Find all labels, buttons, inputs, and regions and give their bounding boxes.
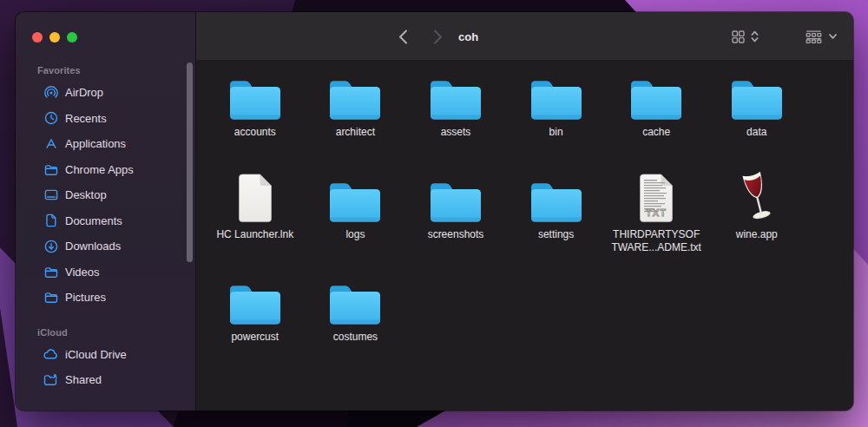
back-button[interactable] [391, 12, 414, 61]
svg-text:TXT: TXT [646, 207, 667, 218]
folder-icon [429, 77, 483, 122]
folder-icon [328, 282, 382, 326]
sidebar-item-applications[interactable]: Applications [23, 131, 188, 157]
folder-icon [328, 276, 382, 326]
folder-icon [328, 180, 382, 224]
file-item-assets[interactable]: assets [405, 71, 506, 174]
forward-button[interactable] [426, 12, 449, 61]
file-browser-content: accounts architect assets bin cache data… [196, 61, 853, 411]
text-document-icon: TXT [635, 173, 677, 224]
sidebar-item-label: Documents [65, 214, 122, 227]
folder-icon [730, 71, 784, 122]
folder-icon [529, 71, 583, 122]
shared-folder-icon [43, 373, 58, 387]
sidebar-item-documents[interactable]: Documents [23, 208, 188, 234]
airdrop-icon [43, 86, 58, 100]
sidebar-item-airdrop[interactable]: AirDrop [23, 80, 188, 106]
chevron-right-icon [433, 30, 443, 44]
file-item-hc-launcher-lnk[interactable]: HC Launcher.lnk [205, 174, 306, 276]
file-item-thirdpartysoftware-adme-txt[interactable]: TXT THIRDPARTYSOFTWARE...ADME.txt [606, 174, 707, 276]
folder-icon [730, 77, 784, 122]
clock-icon [43, 111, 58, 125]
chevron-left-icon [398, 30, 408, 44]
folder-icon [629, 77, 683, 122]
sidebar: FavoritesAirDropRecentsApplicationsChrom… [16, 12, 196, 411]
file-item-label: wine.app [736, 228, 778, 241]
file-item-label: cache [642, 126, 670, 139]
folder-icon [43, 162, 58, 176]
file-item-settings[interactable]: settings [506, 174, 607, 276]
file-item-label: HC Launcher.lnk [216, 228, 293, 241]
file-item-label: logs [345, 228, 365, 241]
folder-icon [228, 282, 282, 326]
folder-icon [629, 71, 683, 122]
window-title: coh [458, 12, 478, 61]
folder-icon [429, 180, 483, 224]
group-by-icon [806, 30, 822, 43]
view-picker-button[interactable] [722, 12, 767, 61]
sidebar-item-chrome-apps[interactable]: Chrome Apps [23, 157, 188, 183]
sidebar-item-downloads[interactable]: Downloads [23, 233, 188, 259]
document-icon [234, 174, 276, 224]
folder-icon [228, 71, 282, 122]
sidebar-item-shared[interactable]: Shared [23, 367, 188, 393]
sidebar-item-recents[interactable]: Recents [23, 106, 188, 132]
file-item-accounts[interactable]: accounts [205, 71, 306, 174]
sidebar-item-label: Applications [65, 137, 126, 150]
finder-window: FavoritesAirDropRecentsApplicationsChrom… [16, 12, 853, 411]
file-item-screenshots[interactable]: screenshots [405, 174, 506, 276]
sidebar-item-pictures[interactable]: Pictures [23, 285, 188, 311]
file-item-architect[interactable]: architect [306, 71, 406, 174]
sidebar-item-label: Pictures [65, 291, 106, 304]
file-item-label: assets [441, 126, 471, 139]
zoom-button[interactable] [67, 32, 77, 43]
sidebar-item-label: iCloud Drive [65, 348, 127, 361]
document-icon [43, 214, 58, 227]
folder-icon [328, 77, 382, 122]
minimize-button[interactable] [49, 32, 60, 43]
sidebar-scrollbar[interactable] [187, 62, 193, 262]
toolbar: coh [196, 12, 853, 61]
folder-icon [529, 77, 583, 122]
file-item-data[interactable]: data [707, 71, 807, 174]
download-icon [43, 240, 58, 253]
group-by-button[interactable] [798, 12, 845, 61]
file-item-label: costumes [333, 331, 378, 344]
file-item-logs[interactable]: logs [306, 174, 406, 276]
wine-application-icon [732, 174, 782, 224]
main-pane: coh [196, 12, 853, 411]
share-button[interactable] [851, 12, 853, 61]
sidebar-item-videos[interactable]: Videos [23, 259, 188, 286]
updown-chevrons-icon [751, 30, 759, 43]
file-item-label: THIRDPARTYSOFTWARE...ADME.txt [610, 228, 702, 254]
sidebar-section-header-favorites: Favorites [16, 61, 195, 80]
icon-grid: accounts architect assets bin cache data… [205, 71, 807, 378]
file-item-label: accounts [234, 126, 276, 139]
file-item-costumes[interactable]: costumes [306, 276, 406, 378]
sidebar-list: FavoritesAirDropRecentsApplicationsChrom… [16, 61, 195, 411]
folder-icon [328, 174, 382, 224]
file-item-label: bin [549, 126, 563, 139]
sidebar-item-icloud-drive[interactable]: iCloud Drive [23, 342, 188, 368]
folder-icon [228, 276, 282, 326]
file-item-bin[interactable]: bin [506, 71, 607, 174]
folder-icon [228, 77, 282, 122]
window-controls [32, 32, 77, 43]
file-item-label: data [746, 126, 766, 139]
sidebar-item-label: Shared [65, 373, 102, 386]
folder-icon [429, 71, 483, 122]
sidebar-item-label: Desktop [65, 188, 107, 201]
file-item-powercust[interactable]: powercust [205, 276, 306, 378]
file-item-label: architect [336, 126, 375, 139]
grid-view-icon [732, 30, 745, 43]
cloud-icon [43, 347, 58, 361]
sidebar-item-label: AirDrop [65, 86, 103, 99]
file-item-label: powercust [231, 331, 279, 344]
sidebar-section-header-icloud: iCloud [16, 323, 195, 342]
file-item-wine-app[interactable]: wine.app [707, 174, 807, 276]
desktop-icon [43, 188, 58, 202]
close-button[interactable] [32, 32, 43, 43]
folder-icon [43, 265, 58, 279]
sidebar-item-desktop[interactable]: Desktop [23, 182, 188, 208]
file-item-cache[interactable]: cache [606, 71, 707, 174]
